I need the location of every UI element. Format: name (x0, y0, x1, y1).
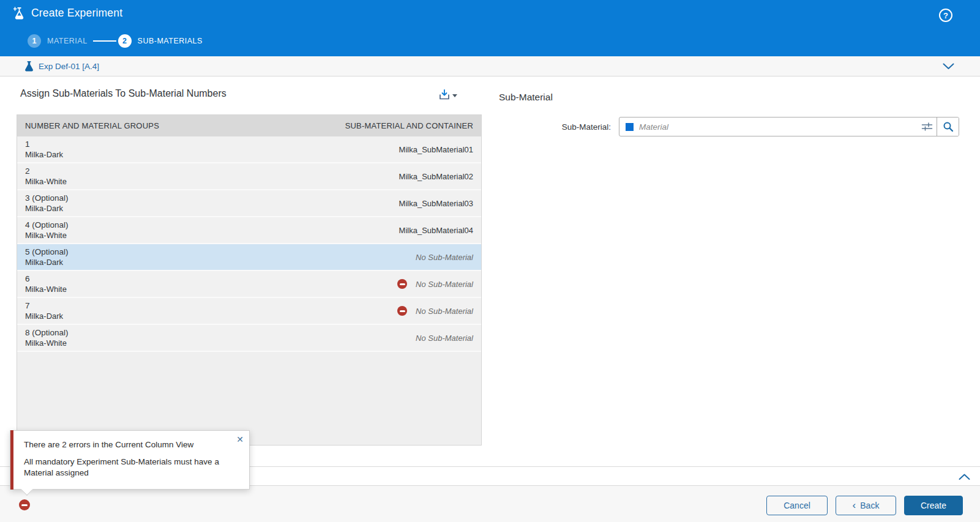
table-row[interactable]: 4 (Optional) Milka-White Milka_SubMateri… (17, 217, 481, 244)
search-button[interactable] (937, 117, 959, 136)
material-token-icon (626, 123, 634, 131)
row-sub-material-value: No Sub-Material (416, 307, 473, 316)
error-summary-text: There are 2 errors in the Current Column… (24, 440, 234, 449)
error-icon (397, 306, 407, 316)
row-sub-material-value: Milka_SubMaterial04 (399, 226, 473, 235)
create-experiment-dialog: Create Experiment ? 1 MATERIAL 2 SUB-MAT… (0, 0, 980, 522)
search-icon (943, 121, 954, 132)
assign-panel-title: Assign Sub-Materials To Sub-Material Num… (20, 88, 226, 99)
error-icon (21, 504, 28, 506)
export-button[interactable] (437, 85, 458, 102)
create-button[interactable]: Create (904, 496, 963, 515)
help-button[interactable]: ? (939, 9, 952, 22)
row-material-group: Milka-Dark (25, 203, 69, 214)
filter-sliders-icon (921, 122, 933, 132)
row-number: 6 (25, 274, 67, 285)
sub-material-table: NUMBER AND MATERIAL GROUPS SUB-MATERIAL … (17, 114, 482, 446)
chevron-up-icon (959, 474, 970, 480)
experiment-definition-bar: Exp Def-01 [A.4] (0, 56, 980, 76)
page-title: Create Experiment (31, 7, 122, 20)
definition-label: Exp Def-01 [A.4] (39, 62, 99, 71)
back-button-label: Back (860, 501, 879, 510)
row-material-group: Milka-Dark (25, 149, 63, 160)
download-icon (438, 89, 451, 101)
step-2-label: SUB-MATERIALS (138, 37, 203, 45)
step-1-label: MATERIAL (47, 37, 88, 45)
chevron-left-icon: ‹ (853, 500, 856, 510)
back-button[interactable]: ‹ Back (836, 496, 896, 515)
row-sub-material-value: Milka_SubMaterial02 (399, 172, 473, 181)
caret-down-icon (452, 94, 457, 97)
row-material-group: Milka-Dark (25, 257, 69, 267)
row-number: 8 (Optional) (25, 327, 69, 338)
row-sub-material-value: No Sub-Material (416, 280, 473, 289)
error-icon (397, 279, 407, 289)
table-header-row: NUMBER AND MATERIAL GROUPS SUB-MATERIAL … (17, 115, 481, 136)
row-sub-material-value: Milka_SubMaterial03 (399, 199, 473, 208)
header-title-row: Create Experiment (13, 7, 122, 20)
sub-material-field-label: Sub-Material: (499, 122, 619, 132)
popover-close-button[interactable]: ✕ (236, 435, 244, 444)
table-row[interactable]: 3 (Optional) Milka-Dark Milka_SubMateria… (17, 190, 481, 217)
row-sub-material-value: No Sub-Material (416, 253, 473, 262)
row-material-group: Milka-White (25, 230, 69, 240)
step-1-circle: 1 (28, 34, 41, 48)
collapse-footer-button[interactable] (955, 469, 973, 485)
row-number: 3 (Optional) (25, 193, 69, 204)
footer-bar: Cancel ‹ Back Create (0, 486, 980, 522)
row-sub-material-value: Milka_SubMaterial01 (399, 145, 473, 154)
table-row[interactable]: 8 (Optional) Milka-White No Sub-Material (17, 325, 481, 352)
value-help-button[interactable] (917, 117, 937, 136)
close-icon: ✕ (236, 434, 244, 444)
help-icon: ? (943, 12, 948, 20)
step-2-circle: 2 (118, 34, 132, 48)
column-header-number-groups: NUMBER AND MATERIAL GROUPS (25, 121, 159, 130)
table-row[interactable]: 2 Milka-White Milka_SubMaterial02 (17, 163, 481, 190)
step-sub-materials[interactable]: 2 SUB-MATERIALS (118, 34, 203, 48)
row-number: 7 (25, 300, 63, 311)
row-material-group: Milka-White (25, 284, 67, 294)
sub-material-panel-title: Sub-Material (499, 92, 553, 103)
footer-error-button[interactable] (19, 499, 30, 510)
cancel-button[interactable]: Cancel (766, 496, 828, 515)
error-popover-accent (10, 430, 13, 490)
wizard-steps: 1 MATERIAL 2 SUB-MATERIALS (28, 34, 203, 48)
footer-actions: Cancel ‹ Back Create (766, 496, 963, 515)
definition-info: Exp Def-01 [A.4] (24, 56, 99, 76)
step-material[interactable]: 1 MATERIAL (28, 34, 88, 48)
chevron-down-icon (943, 63, 954, 70)
row-number: 2 (25, 166, 67, 177)
row-number: 4 (Optional) (25, 220, 69, 231)
table-row-selected[interactable]: 5 (Optional) Milka-Dark No Sub-Material (17, 244, 481, 271)
row-material-group: Milka-White (25, 176, 67, 187)
table-row[interactable]: 6 Milka-White No Sub-Material (17, 271, 481, 298)
row-sub-material-value: No Sub-Material (416, 334, 473, 343)
row-material-group: Milka-White (25, 338, 69, 348)
definition-flask-icon (24, 61, 34, 72)
table-row[interactable]: 7 Milka-Dark No Sub-Material (17, 298, 481, 325)
row-number: 1 (25, 139, 63, 150)
app-header: Create Experiment ? 1 MATERIAL 2 SUB-MAT… (0, 0, 980, 56)
row-number: 5 (Optional) (25, 247, 69, 258)
table-row[interactable]: 1 Milka-Dark Milka_SubMaterial01 (17, 136, 481, 163)
step-connector (93, 40, 116, 42)
error-popover: ✕ There are 2 errors in the Current Colu… (10, 430, 250, 490)
sub-material-input-group (619, 117, 959, 136)
error-detail-text: All mandatory Experiment Sub-Materials m… (24, 457, 239, 479)
definition-collapse-button[interactable] (940, 59, 956, 73)
sub-material-form-row: Sub-Material: (499, 117, 963, 136)
sub-material-input[interactable] (639, 117, 917, 136)
row-material-group: Milka-Dark (25, 311, 63, 321)
experiment-flask-icon (13, 7, 25, 20)
column-header-sub-material: SUB-MATERIAL AND CONTAINER (345, 121, 473, 130)
